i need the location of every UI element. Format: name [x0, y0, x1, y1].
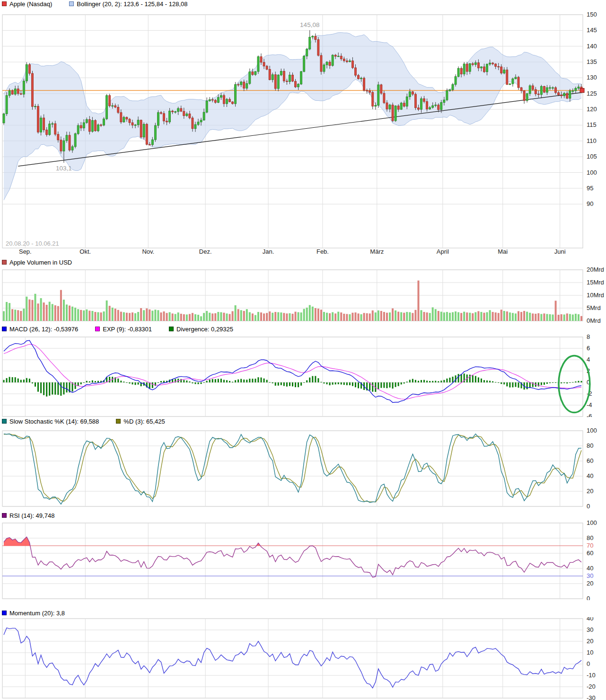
svg-text:40: 40	[587, 565, 593, 572]
month-label: Sep.	[19, 248, 32, 255]
plot-border	[2, 337, 583, 416]
apple-series-label: Apple (Nasdaq)	[9, 0, 52, 8]
legend-item-apple: Apple (Nasdaq)	[2, 0, 52, 8]
divergence-label: Divergence: 0,29325	[176, 326, 233, 333]
plot-border	[2, 619, 583, 698]
month-label: Jan.	[263, 248, 274, 255]
divergence-swatch	[169, 327, 174, 331]
svg-text:130: 130	[587, 74, 597, 81]
svg-text:0: 0	[587, 503, 590, 508]
volume-bars	[3, 281, 582, 321]
svg-text:110: 110	[587, 137, 597, 144]
svg-text:140: 140	[587, 43, 597, 50]
stochastic-legend: Slow Stochastic %K (14): 69,588 %D (3): …	[2, 418, 165, 425]
exp-label: EXP (9): -0,83301	[103, 326, 152, 333]
svg-text:30: 30	[587, 626, 593, 633]
svg-text:150: 150	[587, 11, 597, 18]
momentum-line	[4, 628, 581, 688]
svg-text:100: 100	[587, 169, 597, 176]
svg-text:6: 6	[587, 345, 590, 352]
month-label: März	[370, 248, 384, 255]
stoch-k-swatch	[2, 419, 7, 424]
svg-text:125: 125	[587, 90, 597, 97]
plot-border	[2, 523, 583, 599]
price-candlestick-chart: 1501451401351301251201151101051009590145…	[0, 7, 606, 256]
svg-text:80: 80	[587, 534, 593, 541]
apple-series-swatch	[2, 1, 7, 6]
svg-text:-6: -6	[587, 413, 592, 417]
momentum-swatch	[2, 611, 7, 615]
macd-label: MACD (26, 12): -0,53976	[9, 326, 78, 333]
svg-text:40: 40	[587, 617, 593, 622]
chart-widget: Apple (Nasdaq) Bollinger (20, 2): 123,6 …	[0, 0, 606, 700]
month-label: April	[437, 248, 449, 255]
bollinger-label: Bollinger (20, 2): 123,6 - 125,84 - 128,…	[77, 0, 187, 8]
exp-line	[4, 344, 581, 399]
momentum-legend: Momentum (20): 3,8	[2, 610, 65, 616]
svg-text:8: 8	[587, 333, 590, 340]
divergence-histogram	[3, 373, 582, 397]
svg-text:135: 135	[587, 58, 597, 65]
legend-item-momentum: Momentum (20): 3,8	[2, 610, 65, 617]
svg-text:0: 0	[587, 660, 590, 667]
legend-item-stoch-k: Slow Stochastic %K (14): 69,588	[2, 418, 99, 425]
legend-item-volume: Apple Volumen in USD	[2, 259, 72, 266]
rsi-chart: 1008070604030200	[0, 519, 606, 600]
svg-text:90: 90	[587, 200, 593, 207]
month-label: Mai	[498, 248, 508, 255]
momentum-label: Momentum (20): 3,8	[9, 610, 65, 617]
svg-text:105: 105	[587, 153, 597, 160]
bollinger-swatch	[69, 1, 74, 6]
legend-item-rsi: RSI (14): 49,748	[2, 512, 54, 519]
svg-text:5Mrd: 5Mrd	[587, 304, 601, 311]
bollinger-band	[4, 33, 581, 200]
last-price-marker	[580, 89, 584, 93]
svg-text:-4: -4	[587, 401, 592, 408]
rsi-legend: RSI (14): 49,748	[2, 512, 54, 519]
svg-text:20Mrd: 20Mrd	[587, 266, 604, 273]
exp-swatch	[95, 327, 100, 331]
legend-item-divergence: Divergence: 0,29325	[169, 326, 233, 333]
price-annotation: 103,1	[56, 165, 72, 172]
svg-text:60: 60	[587, 457, 593, 464]
momentum-chart: 403020100-10-20-30	[0, 617, 606, 700]
svg-text:30: 30	[587, 572, 593, 579]
svg-text:-20: -20	[587, 683, 596, 690]
svg-text:0: 0	[587, 595, 590, 600]
svg-text:70: 70	[587, 542, 593, 549]
volume-label: Apple Volumen in USD	[9, 259, 72, 266]
svg-text:145: 145	[587, 27, 597, 34]
svg-text:-30: -30	[587, 694, 596, 700]
volume-legend: Apple Volumen in USD	[2, 259, 72, 266]
svg-text:95: 95	[587, 185, 593, 192]
macd-line	[4, 340, 581, 402]
svg-text:120: 120	[587, 106, 597, 113]
stoch-d-swatch	[116, 419, 121, 424]
volume-swatch	[2, 260, 7, 265]
stoch-d-line	[4, 434, 581, 502]
rsi-label: RSI (14): 49,748	[9, 512, 54, 519]
rsi-line	[4, 537, 581, 577]
legend-item-stoch-d: %D (3): 65,425	[116, 418, 165, 425]
date-range-label: 20.08.20 - 10.06.21	[6, 240, 59, 247]
legend-item-macd: MACD (26, 12): -0,53976	[2, 326, 78, 333]
stochastic-chart: 100806040200	[0, 425, 606, 508]
month-label: Dez.	[199, 248, 212, 255]
svg-text:115: 115	[587, 121, 597, 128]
highlight-circle	[559, 356, 590, 413]
price-legend: Apple (Nasdaq) Bollinger (20, 2): 123,6 …	[2, 0, 187, 7]
legend-item-bollinger: Bollinger (20, 2): 123,6 - 125,84 - 128,…	[69, 0, 187, 8]
svg-text:20: 20	[587, 638, 593, 645]
rsi-swatch	[2, 513, 7, 518]
svg-text:100: 100	[587, 519, 597, 526]
stoch-k-label: Slow Stochastic %K (14): 69,588	[9, 418, 99, 425]
svg-text:60: 60	[587, 549, 593, 557]
svg-text:80: 80	[587, 442, 593, 449]
svg-text:-10: -10	[587, 672, 596, 679]
svg-text:10: 10	[587, 649, 593, 656]
svg-text:20: 20	[587, 580, 593, 587]
svg-text:100: 100	[587, 427, 597, 434]
svg-text:10Mrd: 10Mrd	[587, 292, 604, 299]
price-annotation: 145,08	[300, 21, 319, 28]
macd-swatch	[2, 327, 7, 331]
